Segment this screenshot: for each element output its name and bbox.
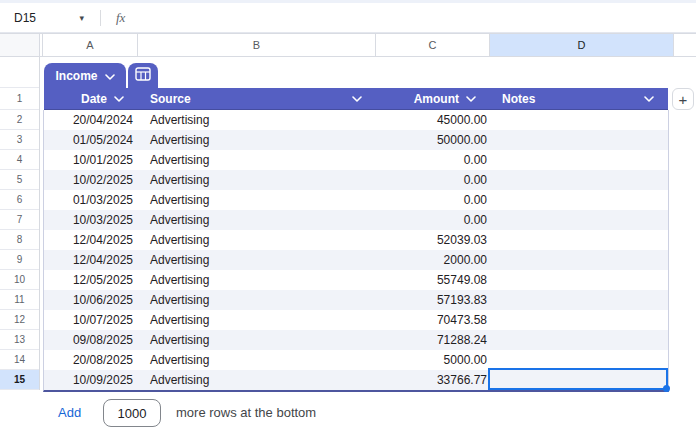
column-header-d[interactable]: D [490,34,674,56]
row-number-14[interactable]: 14 [0,350,39,370]
cell-source[interactable]: Advertising [138,190,376,210]
add-rows-suffix-label: more rows at the bottom [176,405,316,420]
row-number-6[interactable]: 6 [0,190,39,210]
cell-amount[interactable]: 57193.83 [376,290,490,310]
cell-date[interactable]: 10/09/2025 [44,370,138,390]
chevron-down-icon[interactable] [114,96,124,102]
cell-notes[interactable] [490,190,668,210]
cell-notes[interactable] [490,270,668,290]
row-number-8[interactable]: 8 [0,230,39,250]
column-header-a[interactable]: A [42,34,138,56]
cell-source[interactable]: Advertising [138,310,376,330]
cell-amount[interactable]: 0.00 [376,170,490,190]
cell-notes[interactable] [490,170,668,190]
cell-notes[interactable] [490,130,668,150]
cell-amount[interactable]: 71288.24 [376,330,490,350]
cell-source[interactable]: Advertising [138,250,376,270]
cell-date[interactable]: 01/05/2024 [44,130,138,150]
row-number-2[interactable]: 2 [0,110,39,130]
cell-date[interactable]: 10/02/2025 [44,170,138,190]
row-count-input[interactable] [103,399,161,427]
row-number-4[interactable]: 4 [0,150,39,170]
cell-source[interactable]: Advertising [138,330,376,350]
table-tab-income[interactable]: Income [44,63,126,88]
cell-amount[interactable]: 55749.08 [376,270,490,290]
row-number-1[interactable]: 1 [0,88,39,110]
fill-handle-icon[interactable] [663,385,670,392]
cell-source[interactable]: Advertising [138,150,376,170]
cell-notes[interactable] [490,110,668,130]
add-rows-footer: Add more rows at the bottom [0,398,696,430]
cell-date[interactable]: 01/03/2025 [44,190,138,210]
cell-amount[interactable]: 70473.58 [376,310,490,330]
chevron-down-icon[interactable] [352,96,362,102]
cell-source[interactable]: Advertising [138,370,376,390]
cell-notes[interactable] [490,350,668,370]
chevron-down-icon[interactable] [105,69,115,83]
cell-source[interactable]: Advertising [138,270,376,290]
cell-date[interactable]: 12/04/2025 [44,250,138,270]
row-number-9[interactable]: 9 [0,250,39,270]
table-grid-icon [135,67,151,85]
cell-date[interactable]: 20/08/2025 [44,350,138,370]
header-cell-amount[interactable]: Amount [376,88,490,109]
cell-notes[interactable] [490,230,668,250]
table-row: 20/04/2024Advertising45000.00 [44,110,668,130]
cell-source[interactable]: Advertising [138,230,376,250]
formula-input[interactable] [125,3,696,32]
name-box[interactable]: D15 ▾ [0,11,100,25]
chevron-down-icon[interactable] [644,96,654,102]
add-column-button[interactable]: + [672,88,694,110]
cell-notes[interactable] [490,210,668,230]
cell-notes[interactable] [490,290,668,310]
cell-amount[interactable]: 0.00 [376,150,490,170]
row-number-13[interactable]: 13 [0,330,39,350]
cell-source[interactable]: Advertising [138,110,376,130]
row-number-10[interactable]: 10 [0,270,39,290]
column-header-strip: A B C D [0,33,696,57]
row-number-11[interactable]: 11 [0,290,39,310]
row-number-5[interactable]: 5 [0,170,39,190]
cell-source[interactable]: Advertising [138,210,376,230]
row-number-12[interactable]: 12 [0,310,39,330]
cell-date[interactable]: 10/06/2025 [44,290,138,310]
cell-amount[interactable]: 0.00 [376,190,490,210]
name-box-dropdown-icon[interactable]: ▾ [79,13,84,23]
cell-source[interactable]: Advertising [138,290,376,310]
header-cell-source[interactable]: Source [138,88,376,109]
column-header-b[interactable]: B [138,34,376,56]
table-options-tab[interactable] [128,63,158,88]
cell-date[interactable]: 12/05/2025 [44,270,138,290]
cell-source[interactable]: Advertising [138,130,376,150]
cell-notes[interactable] [490,370,668,390]
cell-amount[interactable]: 0.00 [376,210,490,230]
select-all-corner[interactable] [0,34,40,56]
cell-date[interactable]: 10/01/2025 [44,150,138,170]
cell-notes[interactable] [490,250,668,270]
cell-amount[interactable]: 50000.00 [376,130,490,150]
cell-notes[interactable] [490,330,668,350]
cell-amount[interactable]: 45000.00 [376,110,490,130]
cell-date[interactable]: 10/03/2025 [44,210,138,230]
cell-date[interactable]: 12/04/2025 [44,230,138,250]
cell-date[interactable]: 09/08/2025 [44,330,138,350]
cell-notes[interactable] [490,310,668,330]
row-number-3[interactable]: 3 [0,130,39,150]
row-number-7[interactable]: 7 [0,210,39,230]
name-box-value: D15 [14,11,36,25]
chevron-down-icon[interactable] [466,96,476,102]
cell-amount[interactable]: 52039.03 [376,230,490,250]
cell-notes[interactable] [490,150,668,170]
cell-amount[interactable]: 5000.00 [376,350,490,370]
header-cell-date[interactable]: Date [44,88,138,109]
column-header-c[interactable]: C [376,34,490,56]
cell-date[interactable]: 20/04/2024 [44,110,138,130]
cell-date[interactable]: 10/07/2025 [44,310,138,330]
cell-source[interactable]: Advertising [138,350,376,370]
row-number-15[interactable]: 15 [0,370,39,390]
cell-source[interactable]: Advertising [138,170,376,190]
cell-amount[interactable]: 2000.00 [376,250,490,270]
header-cell-notes[interactable]: Notes [490,88,668,109]
cell-amount[interactable]: 33766.77 [376,370,490,390]
add-rows-button[interactable]: Add [58,405,81,420]
